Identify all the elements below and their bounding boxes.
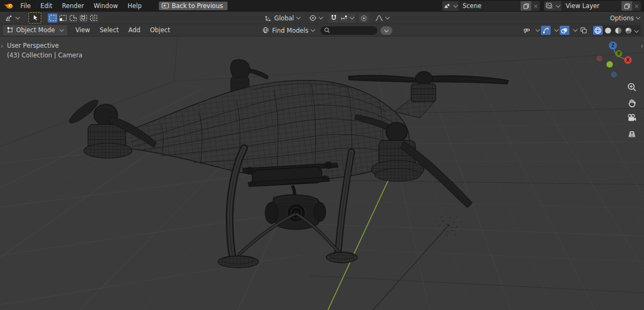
- shading-material-button[interactable]: [613, 26, 623, 35]
- select-box-tool-button[interactable]: [28, 12, 41, 24]
- globe-icon: [262, 27, 269, 34]
- snap-settings-dropdown[interactable]: [339, 13, 355, 23]
- pivot-point-dropdown[interactable]: [306, 13, 325, 23]
- gizmo-axis-z[interactable]: Z: [609, 42, 617, 50]
- view-layer-icon: [546, 3, 553, 9]
- chevron-down-icon: [453, 3, 458, 7]
- transform-snap-group: Global: [261, 12, 392, 24]
- wireframe-sphere-icon: [594, 27, 602, 34]
- scene-selector: Scene ×: [442, 1, 540, 11]
- menu-window[interactable]: Window: [89, 0, 122, 12]
- toolbar-expand-arrow[interactable]: ›: [1, 42, 3, 50]
- overlays-icon: [561, 27, 568, 34]
- duplicate-icon: [624, 3, 630, 9]
- menu-file[interactable]: File: [16, 0, 35, 12]
- camera-view-icon: [627, 114, 636, 122]
- chevron-down-icon: [60, 27, 64, 31]
- scene-browse-button[interactable]: [442, 1, 458, 11]
- svg-text:Y: Y: [617, 51, 621, 56]
- orientation-axes-icon: [264, 14, 272, 21]
- object-visibility-dropdown[interactable]: [521, 26, 532, 35]
- search-input[interactable]: [332, 26, 367, 34]
- visibility-eye-icon: [523, 27, 531, 34]
- view-layer-browse-button[interactable]: [544, 1, 561, 11]
- gizmo-axis-neg-y[interactable]: [606, 61, 613, 68]
- proportional-editing-button[interactable]: [359, 13, 369, 23]
- topbar-right: Scene ×: [442, 1, 644, 11]
- zoom-icon: [627, 83, 636, 92]
- chevron-down-icon: [318, 15, 323, 19]
- snap-toggle-button[interactable]: [329, 13, 339, 23]
- scene-name-field[interactable]: Scene: [458, 1, 521, 11]
- model-search-box[interactable]: [320, 26, 377, 35]
- options-label: Options: [610, 14, 634, 22]
- gizmo-icon: [543, 27, 550, 34]
- camera-view-button[interactable]: [626, 113, 637, 123]
- view-layer-selector: View Layer ×: [544, 1, 641, 11]
- view-layer-name-field[interactable]: View Layer: [561, 1, 621, 11]
- pan-button[interactable]: [626, 97, 637, 108]
- topbar: File Edit Render Window Help Back to Pre…: [0, 0, 644, 12]
- material-sphere-icon: [614, 27, 622, 34]
- viewport-canvas[interactable]: User Perspective (43) Collection | Camer…: [0, 36, 644, 310]
- toggle-ortho-button[interactable]: [626, 128, 637, 139]
- select-mode-invert-button[interactable]: [78, 13, 88, 23]
- select-mode-extend-button[interactable]: [58, 13, 68, 23]
- shading-rendered-button[interactable]: [624, 26, 633, 35]
- menu-view[interactable]: View: [70, 24, 94, 36]
- select-mode-subtract-button[interactable]: [68, 13, 78, 23]
- menu-add[interactable]: Add: [123, 24, 145, 36]
- pivot-point-icon: [309, 14, 317, 21]
- find-models-dropdown[interactable]: Find Models: [259, 25, 317, 35]
- xray-toggle[interactable]: [579, 26, 588, 35]
- back-to-previous-button[interactable]: Back to Previous: [158, 1, 228, 11]
- object-mode-icon: [7, 27, 13, 33]
- select-extend-icon: [60, 15, 67, 21]
- menu-select[interactable]: Select: [95, 24, 123, 36]
- proportional-falloff-dropdown[interactable]: [372, 13, 392, 23]
- menu-edit[interactable]: Edit: [35, 0, 57, 12]
- show-overlays-toggle[interactable]: [560, 26, 569, 35]
- menu-help[interactable]: Help: [123, 0, 147, 12]
- select-mode-group: [48, 13, 98, 23]
- select-mode-intersect-button[interactable]: [89, 13, 98, 23]
- select-subtract-icon: [70, 15, 77, 21]
- active-object-text: (43) Collection | Camera: [7, 50, 82, 60]
- options-dropdown[interactable]: Options: [610, 12, 640, 24]
- menu-object[interactable]: Object: [145, 24, 175, 36]
- chevron-down-icon: [384, 27, 389, 32]
- mode-dropdown[interactable]: Object Mode: [3, 25, 67, 35]
- find-models-label: Find Models: [272, 27, 309, 34]
- zoom-button[interactable]: [626, 82, 637, 92]
- chevron-down-icon: [536, 27, 540, 32]
- gizmo-axis-neg-x[interactable]: [597, 56, 603, 62]
- scene-3d: [0, 36, 644, 310]
- chevron-down-icon: [349, 15, 354, 19]
- scene-unlink-button[interactable]: ×: [531, 1, 540, 11]
- sidebar-expand-arrow[interactable]: ‹: [641, 42, 643, 50]
- active-tool-dropdown[interactable]: [3, 13, 22, 23]
- show-gizmo-toggle[interactable]: [541, 26, 551, 35]
- gizmo-axis-y[interactable]: Y: [616, 50, 623, 57]
- chevron-down-icon: [296, 15, 300, 19]
- particle-scatter: [373, 217, 462, 310]
- select-mode-set-button[interactable]: [48, 13, 57, 23]
- solid-sphere-icon: [604, 27, 612, 34]
- transform-orientation-dropdown[interactable]: Global: [261, 13, 303, 23]
- search-filter-dropdown[interactable]: [380, 26, 392, 35]
- navigation-gizmo[interactable]: Z Y X: [592, 41, 639, 82]
- gizmo-axis-neg-z[interactable]: [611, 72, 617, 78]
- scene-new-button[interactable]: [521, 1, 531, 11]
- rendered-sphere-icon: [625, 27, 632, 34]
- asset-search-group: Find Models: [259, 24, 392, 36]
- viewport-nav-buttons: [626, 82, 637, 139]
- tool-settings-bar: Global: [0, 12, 644, 24]
- view-layer-remove-button[interactable]: ×: [632, 1, 641, 11]
- view-layer-new-button[interactable]: [621, 1, 632, 11]
- mode-label: Object Mode: [16, 26, 55, 34]
- shading-solid-button[interactable]: [603, 26, 613, 35]
- blender-logo-icon[interactable]: [4, 2, 13, 10]
- menu-render[interactable]: Render: [57, 0, 89, 12]
- shading-wireframe-button[interactable]: [593, 26, 603, 35]
- gizmo-axis-x[interactable]: X: [624, 56, 632, 64]
